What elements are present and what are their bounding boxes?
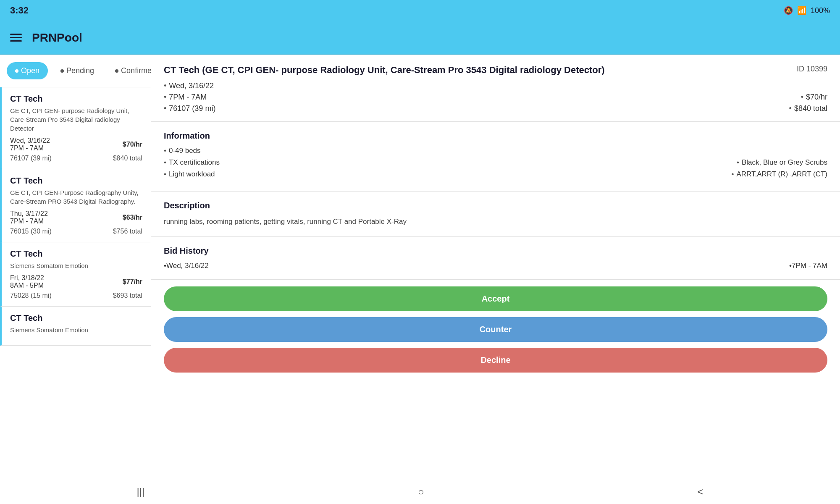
status-bar: 3:32 🔕 📶 100% [0,0,840,21]
right-panel: CT Tech (GE CT, CPI GEN- purpose Radiolo… [151,55,840,479]
job-row-loc-2: 76015 (30 mi) $756 total [10,228,142,235]
job-total-3: $693 total [113,292,142,299]
bid-history-title: Bid History [164,246,827,256]
job-title-1: CT Tech [10,94,142,104]
information-title: Information [164,131,827,141]
app-title: PRNPool [32,31,82,45]
info-item-2-right: •Black, Blue or Grey Scrubs [737,158,827,167]
job-subtitle-2: GE CT, CPI GEN-Purpose Radiography Unity… [10,188,142,206]
info-item-3-left: •Light workload [164,170,215,178]
action-buttons: Accept Counter Decline [151,280,840,379]
detail-meta: •Wed, 3/16/22 •7PM - 7AM •$70/hr •76107 … [164,81,827,113]
accept-button[interactable]: Accept [164,286,827,311]
detail-location: •76107 (39 mi) [164,104,215,113]
job-location-3: 75028 (15 mi) [10,292,52,299]
menu-button[interactable] [10,34,22,42]
job-row-date-2: Thu, 3/17/22 7PM - 7AM $63/hr [10,210,142,225]
nav-menu-button[interactable]: ||| [120,482,161,502]
mute-icon: 🔕 [784,6,793,15]
job-date-3: Fri, 3/18/22 8AM - 5PM [10,274,44,289]
tab-pending[interactable]: Pending [52,62,102,79]
detail-title: CT Tech (GE CT, CPI GEN- purpose Radiolo… [164,65,788,76]
nav-back-button[interactable]: < [681,482,720,502]
bid-time-1: •7PM - 7AM [789,262,827,270]
detail-meta-row-3: •76107 (39 mi) •$840 total [164,104,827,113]
job-date-1: Wed, 3/16/22 7PM - 7AM [10,137,50,152]
detail-id: ID 10399 [797,65,827,74]
job-title-2: CT Tech [10,176,142,186]
job-card-2[interactable]: CT Tech GE CT, CPI GEN-Purpose Radiograp… [0,169,151,242]
info-item-1: •0-49 beds [164,147,201,155]
job-subtitle-1: GE CT, CPI GEN- purpose Radiology Unit, … [10,106,142,133]
job-location-1: 76107 (39 mi) [10,155,52,162]
description-title: Description [164,201,827,210]
job-subtitle-4: Siemens Somatom Emotion [10,326,142,334]
job-total-1: $840 total [113,155,142,162]
job-title-4: CT Tech [10,313,142,323]
wifi-icon: 📶 [797,6,806,15]
detail-header: CT Tech (GE CT, CPI GEN- purpose Radiolo… [151,55,840,122]
job-card-3[interactable]: CT Tech Siemens Somatom Emotion Fri, 3/1… [0,242,151,307]
detail-time: •7PM - 7AM [164,93,207,102]
info-row-2: •TX certifications •Black, Blue or Grey … [164,158,827,167]
detail-meta-row-1: •Wed, 3/16/22 [164,81,827,90]
job-list: CT Tech GE CT, CPI GEN- purpose Radiolog… [0,87,151,479]
status-icons: 🔕 📶 100% [784,6,830,15]
battery-icon: 100% [811,6,830,15]
information-section: Information •0-49 beds •TX certification… [151,122,840,192]
job-card-4[interactable]: CT Tech Siemens Somatom Emotion [0,307,151,346]
detail-rate: •$70/hr [801,93,827,102]
job-date-2: Thu, 3/17/22 7PM - 7AM [10,210,48,225]
main-layout: Open Pending Confirmed CT Tech GE CT, CP… [0,55,840,479]
job-row-date-3: Fri, 3/18/22 8AM - 5PM $77/hr [10,274,142,289]
bid-history-section: Bid History •Wed, 3/16/22 •7PM - 7AM [151,237,840,280]
bid-date-1: •Wed, 3/16/22 [164,262,209,270]
filter-tabs: Open Pending Confirmed [0,55,151,87]
detail-total: •$840 total [789,104,827,113]
info-row-1: •0-49 beds [164,147,827,155]
bottom-nav: ||| ○ < [0,479,840,504]
job-rate-2: $63/hr [123,214,142,221]
job-row-loc-1: 76107 (39 mi) $840 total [10,155,142,162]
info-item-3-right: •ARRT,ARRT (R) ,ARRT (CT) [731,170,827,178]
job-row-loc-3: 75028 (15 mi) $693 total [10,292,142,299]
job-title-3: CT Tech [10,249,142,259]
job-total-2: $756 total [113,228,142,235]
description-text: running labs, rooming patients, getting … [164,216,827,227]
info-row-3: •Light workload •ARRT,ARRT (R) ,ARRT (CT… [164,170,827,178]
counter-button[interactable]: Counter [164,317,827,342]
job-subtitle-3: Siemens Somatom Emotion [10,261,142,270]
info-item-2-left: •TX certifications [164,158,220,167]
job-location-2: 76015 (30 mi) [10,228,52,235]
detail-header-top: CT Tech (GE CT, CPI GEN- purpose Radiolo… [164,65,827,76]
detail-meta-row-2: •7PM - 7AM •$70/hr [164,93,827,102]
job-card-1[interactable]: CT Tech GE CT, CPI GEN- purpose Radiolog… [0,87,151,169]
left-panel: Open Pending Confirmed CT Tech GE CT, CP… [0,55,151,479]
description-section: Description running labs, rooming patien… [151,192,840,237]
tab-open[interactable]: Open [7,62,48,79]
app-bar: PRNPool [0,21,840,55]
job-rate-3: $77/hr [123,278,142,286]
status-time: 3:32 [10,5,29,16]
job-rate-1: $70/hr [123,141,142,148]
tab-confirmed[interactable]: Confirmed [107,62,151,79]
job-row-date-1: Wed, 3/16/22 7PM - 7AM $70/hr [10,137,142,152]
nav-home-button[interactable]: ○ [401,482,441,502]
bid-row-1: •Wed, 3/16/22 •7PM - 7AM [164,262,827,270]
decline-button[interactable]: Decline [164,348,827,373]
detail-date: •Wed, 3/16/22 [164,81,214,90]
